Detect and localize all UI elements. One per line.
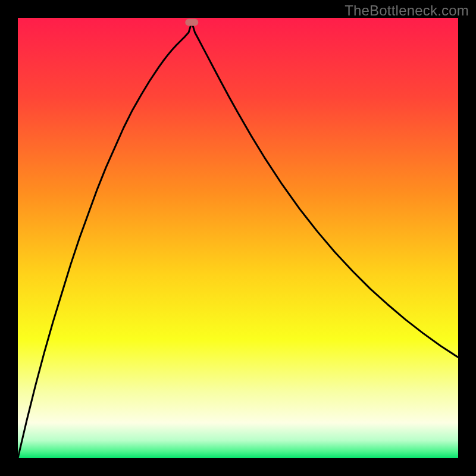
gradient-background bbox=[18, 18, 458, 458]
optimum-marker bbox=[185, 18, 198, 26]
watermark-text: TheBottleneck.com bbox=[345, 2, 469, 19]
chart-frame: TheBottleneck.com bbox=[0, 0, 476, 476]
plot-area bbox=[18, 18, 458, 458]
bottleneck-chart bbox=[18, 18, 458, 458]
